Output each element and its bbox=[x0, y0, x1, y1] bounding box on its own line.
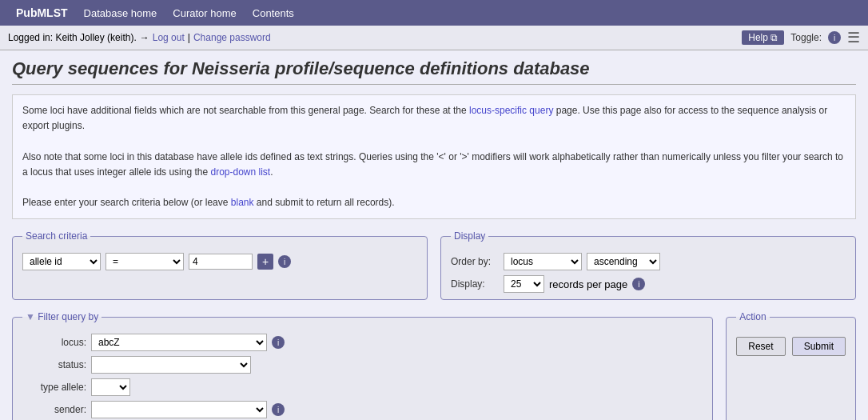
search-criteria-legend: Search criteria bbox=[22, 230, 90, 242]
toggle-label: Toggle: bbox=[790, 32, 822, 43]
logged-in-text: Logged in: Keith Jolley (keith). bbox=[8, 32, 137, 43]
locus-label: locus: bbox=[22, 337, 86, 348]
change-password-link[interactable]: Change password bbox=[193, 32, 271, 43]
records-per-page-select[interactable]: 25 50 100 200 500 bbox=[504, 275, 544, 293]
action-buttons: Reset Submit bbox=[736, 337, 846, 356]
blank-link[interactable]: blank bbox=[231, 197, 254, 208]
form-top-area: Search criteria allele id sequence locus… bbox=[12, 230, 856, 300]
locus-specific-query-link[interactable]: locus-specific query bbox=[469, 105, 553, 116]
logout-link[interactable]: Log out bbox=[153, 32, 185, 43]
display-legend: Display bbox=[451, 230, 488, 242]
status-select[interactable]: provisional reviewed bbox=[91, 356, 251, 374]
status-row: status: provisional reviewed bbox=[22, 356, 703, 374]
display-info-icon[interactable]: i bbox=[632, 278, 645, 290]
help-button[interactable]: Help ⧉ bbox=[742, 30, 784, 45]
sender-label: sender: bbox=[22, 404, 86, 415]
dropdown-list-link[interactable]: drop-down list bbox=[210, 166, 270, 178]
order-by-label: Order by: bbox=[451, 256, 499, 267]
type-allele-select[interactable]: yes no bbox=[91, 378, 130, 396]
sender-select[interactable] bbox=[91, 401, 267, 418]
info-paragraph-1: Some loci have additional fields which a… bbox=[22, 103, 846, 134]
type-allele-label: type allele: bbox=[22, 382, 86, 393]
type-allele-row: type allele: yes no bbox=[22, 378, 703, 396]
hamburger-icon[interactable]: ☰ bbox=[847, 29, 860, 46]
locus-info-icon[interactable]: i bbox=[272, 336, 285, 349]
info-box: Some loci have additional fields which a… bbox=[12, 94, 856, 219]
nav-contents[interactable]: Contents bbox=[245, 2, 302, 24]
page-title: Query sequences for Neisseria profile/se… bbox=[12, 58, 856, 85]
operator-select[interactable]: = contains starts with ends with < > NOT… bbox=[106, 253, 184, 270]
sender-row: sender: i bbox=[22, 401, 703, 418]
toolbar-right: Help ⧉ Toggle: i ☰ bbox=[742, 29, 860, 46]
records-per-page-row: Display: 25 50 100 200 500 records per p… bbox=[451, 275, 846, 293]
action-fieldset: Action Reset Submit bbox=[726, 311, 856, 420]
direction-select[interactable]: ascending descending bbox=[587, 253, 660, 270]
value-input[interactable] bbox=[189, 254, 253, 270]
nav-database-home[interactable]: Database home bbox=[76, 2, 165, 24]
submit-button[interactable]: Submit bbox=[792, 337, 846, 356]
login-info: Logged in: Keith Jolley (keith). → Log o… bbox=[8, 32, 271, 43]
page-content: Query sequences for Neisseria profile/se… bbox=[0, 50, 868, 420]
per-page-label: records per page bbox=[549, 278, 627, 290]
filter-fieldset: ▼ Filter query by locus: abcZ i status: … bbox=[12, 311, 713, 420]
search-criteria-fieldset: Search criteria allele id sequence locus… bbox=[12, 230, 428, 300]
status-label: status: bbox=[22, 359, 86, 370]
action-legend: Action bbox=[736, 311, 769, 322]
locus-row: locus: abcZ i bbox=[22, 334, 703, 351]
criteria-row: allele id sequence locus sender curator … bbox=[22, 253, 417, 270]
locus-select[interactable]: abcZ bbox=[91, 334, 267, 351]
add-criteria-button[interactable]: + bbox=[257, 254, 273, 270]
info-paragraph-3: Please enter your search criteria below … bbox=[22, 195, 846, 210]
brand-logo[interactable]: PubMLST bbox=[8, 2, 76, 24]
sender-info-icon[interactable]: i bbox=[272, 403, 285, 416]
reset-button[interactable]: Reset bbox=[736, 337, 785, 356]
info-paragraph-2: Also note that some loci in this databas… bbox=[22, 150, 846, 180]
criteria-info-icon[interactable]: i bbox=[278, 255, 291, 268]
top-nav: PubMLST Database home Curator home Conte… bbox=[0, 0, 868, 26]
login-bar: Logged in: Keith Jolley (keith). → Log o… bbox=[0, 26, 868, 50]
toggle-info-icon[interactable]: i bbox=[828, 31, 841, 44]
order-by-select[interactable]: locus allele id sender curator date ente… bbox=[504, 253, 582, 270]
nav-curator-home[interactable]: Curator home bbox=[165, 2, 244, 24]
filter-legend: ▼ Filter query by bbox=[22, 311, 102, 322]
display-label: Display: bbox=[451, 278, 499, 290]
field-select[interactable]: allele id sequence locus sender curator … bbox=[22, 253, 101, 270]
display-fieldset: Display Order by: locus allele id sender… bbox=[440, 230, 856, 300]
order-by-row: Order by: locus allele id sender curator… bbox=[451, 253, 846, 270]
bottom-area: ▼ Filter query by locus: abcZ i status: … bbox=[12, 311, 856, 420]
